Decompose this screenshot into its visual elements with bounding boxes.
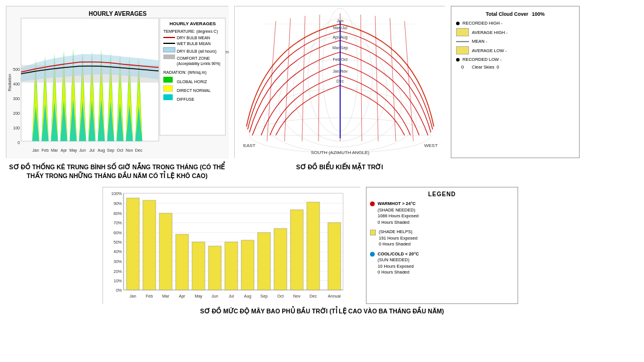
warm-dot	[370, 202, 375, 206]
legend2-warm: WARMHOT > 24°C (SHADE NEEDED) 1086 Hours…	[370, 201, 514, 226]
svg-rect-143	[258, 233, 270, 290]
svg-text:100: 100	[13, 126, 20, 130]
svg-text:Mar: Mar	[162, 294, 170, 298]
svg-text:DRY BULB (all hours): DRY BULB (all hours)	[177, 49, 217, 54]
legend1-title: Total Cloud Cover 100%	[456, 11, 574, 17]
svg-text:DRY BULB MEAN: DRY BULB MEAN	[177, 36, 210, 40]
svg-text:Sep: Sep	[261, 294, 268, 299]
svg-text:GLOBAL HORIZ: GLOBAL HORIZ	[177, 80, 207, 84]
bottom-spacer	[6, 187, 97, 304]
svg-text:WET BULB MEAN: WET BULB MEAN	[177, 42, 211, 46]
caption3: SƠ ĐỒ MỨC ĐỘ MÂY BAO PHỦ BẦU TRỜI (TỈ LỆ…	[200, 308, 444, 315]
bottom-row: 100% 90% 80% 70% 60% 50% 40% 30% 20% 10%…	[6, 187, 638, 304]
svg-text:Aug: Aug	[98, 148, 105, 153]
svg-rect-139	[192, 242, 205, 290]
svg-text:30%: 30%	[114, 259, 122, 264]
svg-text:Feb: Feb	[42, 148, 49, 152]
svg-rect-137	[159, 213, 172, 290]
svg-text:Jun: Jun	[79, 148, 85, 152]
svg-text:COMFORT ZONE: COMFORT ZONE	[177, 56, 210, 60]
svg-text:100%: 100%	[111, 192, 122, 196]
svg-text:20%: 20%	[114, 269, 122, 274]
svg-text:May/Jul: May/Jul	[333, 26, 348, 30]
comfort-square	[370, 230, 376, 235]
average-high-rect	[456, 28, 469, 36]
svg-rect-140	[208, 246, 221, 290]
svg-rect-145	[290, 210, 303, 290]
recorded-high-dot	[456, 22, 460, 25]
svg-text:Apr/Aug: Apr/Aug	[333, 35, 347, 40]
legend1-recorded-high: RECORDED HIGH -	[456, 21, 574, 26]
svg-text:50%: 50%	[114, 240, 122, 244]
svg-text:Mar: Mar	[51, 148, 59, 152]
legend2-comfort: (SHADE HELPS) 191 Hours Exposed 0 Hours …	[370, 229, 514, 248]
svg-rect-138	[176, 234, 189, 290]
svg-text:Sep: Sep	[107, 148, 115, 153]
svg-text:Dec: Dec	[135, 148, 143, 152]
svg-text:DIRECT NORMAL: DIRECT NORMAL	[177, 88, 211, 93]
svg-text:500: 500	[13, 67, 20, 71]
svg-text:Dec: Dec	[310, 294, 317, 298]
svg-text:May: May	[194, 294, 203, 299]
mean-line	[456, 41, 469, 42]
svg-text:HOURLY AVERAGES: HOURLY AVERAGES	[169, 21, 216, 26]
svg-text:May: May	[69, 148, 77, 153]
svg-text:200: 200	[13, 111, 20, 115]
svg-text:Aug: Aug	[244, 294, 252, 299]
svg-text:Jan/Nov: Jan/Nov	[333, 69, 348, 73]
svg-text:Jan: Jan	[32, 148, 39, 152]
svg-text:Feb: Feb	[146, 294, 153, 298]
caption2: SƠ ĐỒ BIỂU KIẾN MẶT TRỜI	[234, 163, 445, 180]
svg-text:Oct: Oct	[117, 148, 124, 152]
svg-text:Jun: Jun	[337, 19, 343, 23]
svg-text:EAST: EAST	[244, 143, 256, 148]
caption1: SƠ ĐỒ THỐNG KÊ TRUNG BÌNH SỐ GIỜ NẮNG TR…	[6, 163, 228, 180]
caption-row-1: SƠ ĐỒ THỐNG KÊ TRUNG BÌNH SỐ GIỜ NẮNG TR…	[6, 163, 638, 180]
svg-text:Apr: Apr	[179, 294, 186, 299]
svg-text:DIFFUSE: DIFFUSE	[177, 97, 194, 101]
comfort-text: (SHADE HELPS) 191 Hours Exposed 0 Hours …	[379, 229, 417, 248]
svg-rect-146	[307, 202, 320, 290]
svg-rect-69	[163, 54, 175, 59]
svg-text:10%: 10%	[114, 279, 122, 283]
svg-text:Jan: Jan	[129, 294, 136, 298]
legend1-clear-skies: 0 Clear Skies 0	[456, 64, 574, 70]
warm-text: WARMHOT > 24°C (SHADE NEEDED) 1086 Hours…	[378, 201, 419, 226]
svg-rect-135	[126, 198, 139, 290]
svg-text:Nov: Nov	[293, 294, 301, 298]
legend1-container: Total Cloud Cover 100% RECORDED HIGH - A…	[451, 6, 580, 158]
main-container: Radiation Temperature HOURLY AVERAGES	[0, 0, 644, 362]
cool-text: COOL/COLD < 20°C (SUN NEEDED) 10 Hours E…	[378, 251, 419, 276]
svg-text:WEST: WEST	[424, 143, 437, 148]
svg-text:Oct: Oct	[278, 294, 284, 298]
svg-rect-142	[241, 240, 254, 290]
svg-text:Jun: Jun	[211, 294, 218, 298]
svg-text:Apr: Apr	[61, 148, 68, 153]
svg-text:400: 400	[13, 82, 20, 86]
chart1-svg: Radiation Temperature HOURLY AVERAGES	[6, 6, 229, 159]
caption-spacer	[451, 163, 580, 180]
svg-rect-144	[274, 228, 287, 290]
svg-text:Feb/Oct: Feb/Oct	[333, 57, 348, 62]
caption-row-2: SƠ ĐỒ MỨC ĐỘ MÂY BAO PHỦ BẦU TRỜI (TỈ LỆ…	[6, 308, 638, 315]
svg-rect-147	[328, 223, 341, 290]
recorded-low-dot	[456, 58, 460, 62]
svg-text:0: 0	[18, 141, 20, 145]
svg-text:Jul: Jul	[229, 294, 234, 298]
svg-rect-77	[163, 94, 173, 100]
svg-rect-73	[163, 77, 173, 83]
svg-rect-136	[143, 200, 156, 290]
svg-rect-75	[163, 86, 173, 91]
svg-text:60%: 60%	[114, 231, 122, 235]
svg-text:(Acceptability Limits 90%): (Acceptability Limits 90%)	[177, 62, 220, 66]
svg-text:SOUTH (AZIMUTH ANGLE): SOUTH (AZIMUTH ANGLE)	[311, 150, 369, 155]
average-low-rect	[456, 46, 469, 54]
chart2-svg: EAST SOUTH (AZIMUTH ANGLE) WEST Jun May/…	[235, 6, 446, 159]
cool-dot	[370, 252, 375, 257]
svg-text:80%: 80%	[114, 211, 122, 216]
chart1-container: Radiation Temperature HOURLY AVERAGES	[6, 6, 228, 158]
svg-text:0%: 0%	[116, 288, 122, 292]
svg-rect-67	[163, 47, 175, 52]
svg-text:Dec: Dec	[337, 79, 344, 83]
svg-text:Radiation: Radiation	[8, 74, 12, 91]
